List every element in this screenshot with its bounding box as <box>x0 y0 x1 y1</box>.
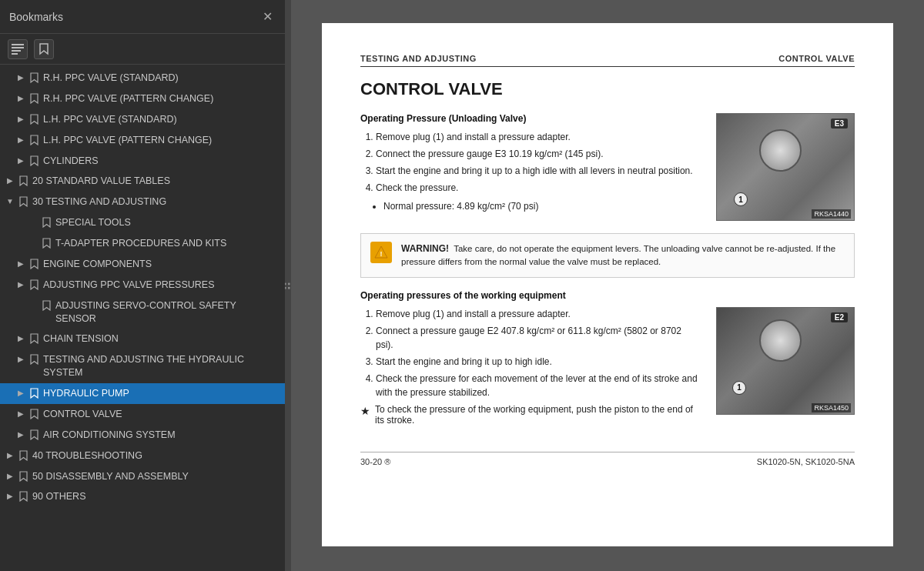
bookmark-label-control-valve: CONTROL VALVE <box>43 408 279 421</box>
sidebar-header: Bookmarks ✕ <box>0 0 285 34</box>
bookmark-item-20-standard[interactable]: ▶20 STANDARD VALUE TABLES <box>0 171 285 192</box>
s2-step2: Connect a pressure gauge E2 407.8 kg/cm²… <box>376 324 701 352</box>
bookmark-item-90-others[interactable]: ▶90 OTHERS <box>0 486 285 507</box>
warning-box: ! WARNING! Take care, do not operate the… <box>360 233 855 278</box>
bookmark-label-lh-ppc-pattern: L.H. PPC VALVE (PATTERN CHANGE) <box>43 134 279 147</box>
bookmark-label-air-conditioning: AIR CONDITIONING SYSTEM <box>43 429 279 442</box>
bookmark-item-30-testing[interactable]: ▼30 TESTING AND ADJUSTING <box>0 192 285 212</box>
bookmark-arrow-control-valve: ▶ <box>15 408 26 419</box>
bookmark-item-rh-ppc-standard[interactable]: ▶R.H. PPC VALVE (STANDARD) <box>0 68 285 88</box>
bookmark-item-engine-components[interactable]: ▶ENGINE COMPONENTS <box>0 254 285 275</box>
bookmark-item-50-disassembly[interactable]: ▶50 DISASSEMBLY AND ASSEMBLY <box>0 466 285 487</box>
bookmark-label-lh-ppc-standard: L.H. PPC VALVE (STANDARD) <box>43 113 279 126</box>
section2-image-wrapper: 1 E2 RKSA1450 <box>716 307 855 429</box>
doc-title: CONTROL VALVE <box>360 79 855 99</box>
bookmark-item-lh-ppc-pattern[interactable]: ▶L.H. PPC VALVE (PATTERN CHANGE) <box>0 130 285 151</box>
bookmark-item-hydraulic-pump[interactable]: ▶HYDRAULIC PUMP <box>0 383 285 404</box>
bookmark-icon-50-disassembly <box>17 470 29 482</box>
section1-bullet1: Normal pressure: 4.89 kg/cm² (70 psi) <box>383 199 701 213</box>
img-circle-label-1: 1 <box>734 192 748 206</box>
warning-text: WARNING! Take care, do not operate the e… <box>401 242 845 269</box>
s2-step4: Check the pressure for each movement of … <box>376 372 701 399</box>
footer-right: SK1020-5N, SK1020-5NA <box>757 457 855 466</box>
section1-content: Operating Pressure (Unloading Valve) Rem… <box>360 113 855 221</box>
section2-subtitle: Operating pressures of the working equip… <box>360 290 855 301</box>
bookmark-icon-t-adapter <box>40 237 52 249</box>
bookmark-label-rh-ppc-pattern: R.H. PPC VALVE (PATTERN CHANGE) <box>43 92 279 105</box>
bookmark-list: ▶R.H. PPC VALVE (STANDARD)▶R.H. PPC VALV… <box>0 65 285 571</box>
resize-handle[interactable]: ⠿ <box>285 0 291 571</box>
bookmark-item-adjusting-ppc[interactable]: ▶ADJUSTING PPC VALVE PRESSURES <box>0 275 285 296</box>
section1-image: 1 E3 RKSA1440 <box>716 113 855 221</box>
bookmark-item-rh-ppc-pattern[interactable]: ▶R.H. PPC VALVE (PATTERN CHANGE) <box>0 88 285 109</box>
bookmark-icon-engine-components <box>28 258 40 269</box>
bookmark-icon-90-others <box>17 490 29 502</box>
section1-text: Operating Pressure (Unloading Valve) Rem… <box>360 113 701 221</box>
bookmark-item-air-conditioning[interactable]: ▶AIR CONDITIONING SYSTEM <box>0 425 285 446</box>
bookmark-icon-chain-tension <box>28 332 40 344</box>
bookmark-arrow-rh-ppc-standard: ▶ <box>15 72 26 82</box>
star-item: ★ To check the pressure of the working e… <box>360 404 701 426</box>
bookmark-label-20-standard: 20 STANDARD VALUE TABLES <box>32 175 279 188</box>
img-caption-2: RKSA1450 <box>812 403 851 412</box>
step4-item: Check the pressure. <box>376 181 701 195</box>
img-circle-label-2: 1 <box>732 381 746 395</box>
bookmark-icon-control-valve <box>28 408 40 419</box>
doc-header-left: TESTING AND ADJUSTING <box>360 54 477 63</box>
bookmark-icon-air-conditioning <box>28 429 40 440</box>
bookmark-icon-adjusting-ppc <box>28 279 40 290</box>
bookmark-icon-rh-ppc-pattern <box>28 92 40 104</box>
doc-footer: 30-20 ® SK1020-5N, SK1020-5NA <box>360 452 855 466</box>
bookmark-arrow-air-conditioning: ▶ <box>15 429 26 439</box>
section2-image: 1 E2 RKSA1450 <box>716 307 855 415</box>
bookmark-label-engine-components: ENGINE COMPONENTS <box>43 258 279 271</box>
bookmark-label-30-testing: 30 TESTING AND ADJUSTING <box>32 195 279 209</box>
bookmark-item-t-adapter[interactable]: T-ADAPTER PROCEDURES AND KITS <box>0 233 285 254</box>
star-symbol: ★ <box>360 404 370 419</box>
bookmark-arrow-chain-tension: ▶ <box>15 332 26 343</box>
gauge-circle-1 <box>759 129 802 172</box>
bookmark-arrow-t-adapter <box>28 237 38 238</box>
bookmark-item-lh-ppc-standard[interactable]: ▶L.H. PPC VALVE (STANDARD) <box>0 109 285 130</box>
bookmark-icon-20-standard <box>17 175 29 186</box>
bookmark-item-adjusting-servo[interactable]: ADJUSTING SERVO-CONTROL SAFETY SENSOR <box>0 296 285 329</box>
toolbar-list-btn[interactable] <box>8 39 28 59</box>
bookmark-item-chain-tension[interactable]: ▶CHAIN TENSION <box>0 329 285 349</box>
svg-rect-2 <box>12 50 21 52</box>
bookmark-arrow-cylinders: ▶ <box>15 155 26 165</box>
svg-text:!: ! <box>380 250 383 258</box>
bookmark-item-40-troubleshooting[interactable]: ▶40 TROUBLESHOOTING <box>0 446 285 466</box>
bookmark-item-control-valve[interactable]: ▶CONTROL VALVE <box>0 404 285 425</box>
bookmark-label-rh-ppc-standard: R.H. PPC VALVE (STANDARD) <box>43 72 279 85</box>
step1-item: Remove plug (1) and install a pressure a… <box>376 130 701 144</box>
sidebar: Bookmarks ✕ ▶R.H. PPC VALVE (STANDARD)▶R… <box>0 0 285 571</box>
sidebar-toolbar <box>0 34 285 65</box>
bookmark-icon-adjusting-servo <box>40 299 52 311</box>
gauge-circle-2 <box>759 319 802 362</box>
bookmark-item-special-tools[interactable]: SPECIAL TOOLS <box>0 212 285 233</box>
bookmark-arrow-30-testing: ▼ <box>5 195 15 206</box>
main-content[interactable]: TESTING AND ADJUSTING CONTROL VALVE CONT… <box>291 0 924 571</box>
img-e2-label: E2 <box>831 312 848 322</box>
bookmark-item-cylinders[interactable]: ▶CYLINDERS <box>0 151 285 172</box>
bookmark-arrow-special-tools <box>28 216 38 217</box>
step2-item: Connect the pressure gauge E3 10.19 kg/c… <box>376 147 701 161</box>
bookmark-icon-rh-ppc-standard <box>28 72 40 83</box>
sidebar-title: Bookmarks <box>9 11 63 23</box>
bookmark-item-testing-hydraulic[interactable]: ▶TESTING AND ADJUSTING THE HYDRAULIC SYS… <box>0 349 285 383</box>
close-button[interactable]: ✕ <box>259 8 276 25</box>
section1-subtitle: Operating Pressure (Unloading Valve) <box>360 113 701 124</box>
bookmark-arrow-40-troubleshooting: ▶ <box>5 449 15 460</box>
warning-content: Take care, do not operate the equipment … <box>401 244 835 266</box>
bookmark-label-adjusting-servo: ADJUSTING SERVO-CONTROL SAFETY SENSOR <box>55 299 279 326</box>
section2-content: Remove plug (1) and install a pressure a… <box>360 307 855 429</box>
bookmark-label-hydraulic-pump: HYDRAULIC PUMP <box>43 387 279 400</box>
section1-steps: Remove plug (1) and install a pressure a… <box>376 130 701 195</box>
section2-text: Remove plug (1) and install a pressure a… <box>360 307 701 429</box>
bookmark-arrow-testing-hydraulic: ▶ <box>15 353 26 364</box>
toolbar-bookmark-btn[interactable] <box>34 39 54 59</box>
svg-rect-1 <box>12 47 24 48</box>
bookmark-arrow-lh-ppc-standard: ▶ <box>15 113 26 124</box>
header-icons: ✕ <box>259 8 276 25</box>
bookmark-label-40-troubleshooting: 40 TROUBLESHOOTING <box>32 449 279 462</box>
